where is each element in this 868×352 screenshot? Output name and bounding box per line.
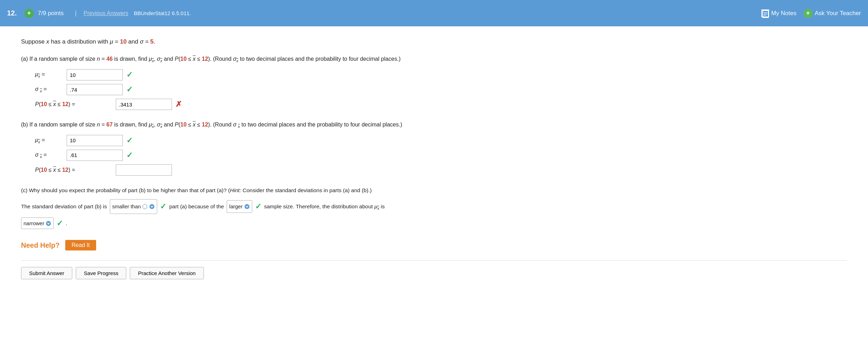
problem-intro: Suppose x has a distribution with μ = 10… [21,37,847,46]
ask-teacher-button[interactable]: + Ask Your Teacher [803,9,861,18]
part-a-sigma-input[interactable] [67,84,123,95]
save-progress-button[interactable]: Save Progress [76,267,126,279]
part-b-header: (b) If a random sample of size n = 67 is… [21,120,847,130]
ask-teacher-label: Ask Your Teacher [815,10,861,17]
need-help-label: Need Help? [21,241,60,249]
smaller-than-value: smaller than [112,201,141,212]
part-a-mu-check: ✓ [126,70,133,79]
part-b-section: (b) If a random sample of size n = 67 is… [21,120,847,176]
part-a-sigma-check: ✓ [126,85,133,94]
part-a-sigma-label: σ x = [35,86,63,93]
svg-point-6 [46,221,51,226]
larger-value: larger [229,201,242,212]
points-plus-icon: + [25,9,34,18]
part-a-prob-wrong: ✗ [175,100,182,109]
part-b-sigma-row: σ x = ✓ [35,150,847,161]
question-number: 12. [7,9,17,17]
points-text: 7/9 points [38,10,64,17]
part-a-mu-input[interactable] [67,69,123,80]
dropdown-arrow3-icon [46,221,51,226]
part-b-sigma-check: ✓ [126,151,133,160]
part-c-dropdown2-check: ✓ [255,199,261,214]
part-c-line2-middle: part (a) because of the [169,201,224,212]
smaller-than-dropdown[interactable]: smaller than ⬡ [110,199,158,214]
practice-another-button[interactable]: Practice Another Version [130,267,203,279]
ask-teacher-icon: + [803,9,813,18]
part-b-sigma-label: σ x = [35,152,63,159]
part-a-prob-row: P(10 ≤ x ≤ 12) = ✗ [35,99,847,110]
footer-buttons: Submit Answer Save Progress Practice Ano… [21,267,847,279]
part-a-n: 46 [106,56,113,62]
mu-value: 10 [120,38,127,45]
part-b-n: 67 [106,122,113,128]
main-content: Suppose x has a distribution with μ = 10… [0,26,868,293]
part-a-mu-label: μx = [35,71,63,78]
footer-divider [21,260,847,261]
part-a-prob-label: P(10 ≤ x ≤ 12) = [35,101,112,107]
part-c-answer-row: The standard deviation of part (b) is sm… [21,199,847,214]
part-a-header: (a) If a random sample of size n = 46 is… [21,54,847,64]
need-help-row: Need Help? Read It [21,240,847,250]
part-c-question: (c) Why should you expect the probabilit… [21,185,847,195]
submit-answer-button[interactable]: Submit Answer [21,267,72,279]
part-c-line2-after: sample size. Therefore, the distribution… [264,201,385,212]
part-b-prob-input[interactable] [116,164,172,176]
sigma-value: 5 [150,38,153,45]
part-a-prob-input[interactable] [116,99,172,110]
separator: | [75,9,77,17]
part-c-text: (c) Why should you expect the probabilit… [21,185,847,230]
part-b-mu-check: ✓ [126,136,133,145]
part-a-sigma-row: σ x = ✓ [35,84,847,95]
read-it-button[interactable]: Read It [65,240,96,250]
part-b-prob-label: P(10 ≤ x ≤ 12) = [35,167,112,173]
narrower-dropdown[interactable]: narrower [21,217,54,229]
svg-point-4 [149,204,154,209]
header-bar: 12. + 7/9 points | Previous Answers BBUn… [0,0,868,26]
header-left: 12. + 7/9 points | Previous Answers BBUn… [7,9,191,18]
part-b-mu-label: μx = [35,137,63,144]
part-b-mu-input[interactable] [67,135,123,146]
part-c-dropdown3-check: ✓ [56,216,63,230]
part-b-sigma-input[interactable] [67,150,123,161]
notes-icon [761,9,769,17]
svg-point-5 [245,204,249,209]
my-notes-button[interactable]: My Notes [761,9,796,17]
dropdown-arrow2-icon [244,204,250,209]
part-b-prob-row: P(10 ≤ x ≤ 12) = [35,164,847,176]
part-c-narrower-row: narrower ✓ . [21,216,847,230]
my-notes-label: My Notes [771,10,796,17]
part-c-section: (c) Why should you expect the probabilit… [21,185,847,230]
part-c-line2-before: The standard deviation of part (b) is [21,201,107,212]
part-c-period: . [66,219,67,228]
chevron-down-icon: ⬡ [142,200,148,213]
previous-answers-link[interactable]: Previous Answers [84,10,128,17]
page-wrapper: 12. + 7/9 points | Previous Answers BBUn… [0,0,868,352]
book-reference: BBUnderStat12 6.5.011. [134,10,191,16]
larger-dropdown[interactable]: larger [227,200,252,213]
part-a-mu-row: μx = ✓ [35,69,847,80]
narrower-value: narrower [24,219,44,228]
part-b-mu-row: μx = ✓ [35,135,847,146]
part-a-section: (a) If a random sample of size n = 46 is… [21,54,847,110]
header-right: My Notes + Ask Your Teacher [761,9,861,18]
dropdown-arrow-icon [149,204,155,209]
part-c-dropdown1-check: ✓ [160,199,166,214]
